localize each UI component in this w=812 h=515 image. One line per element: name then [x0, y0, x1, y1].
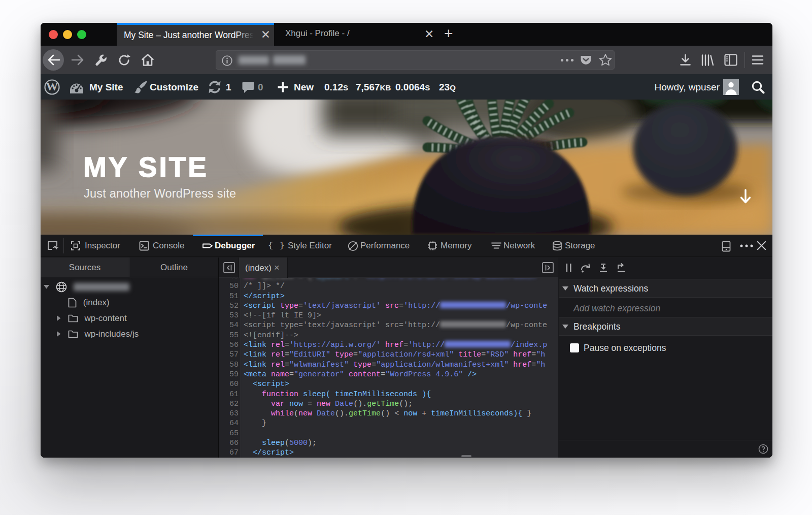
- svg-text:W: W: [46, 80, 59, 92]
